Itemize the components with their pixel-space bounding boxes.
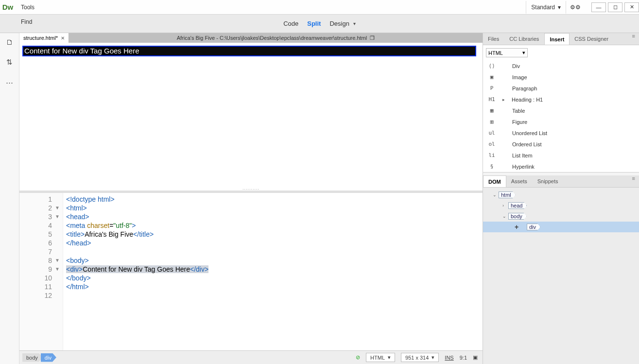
insert-item-heading[interactable]: H1▸Heading : H1 xyxy=(483,94,639,105)
panel-tab-dom[interactable]: DOM xyxy=(483,175,506,187)
insert-item-image[interactable]: ▣Image xyxy=(483,71,639,83)
no-errors-icon[interactable]: ⊘ xyxy=(356,354,360,361)
code-editor-pane[interactable]: 12▼3▼45678▼9▼101112 <!doctype html><html… xyxy=(19,192,483,350)
insert-item-label: Unordered List xyxy=(512,130,547,136)
insert-item-div[interactable]: ⟨⟩Div xyxy=(483,60,639,71)
dom-add-icon[interactable]: + xyxy=(512,223,521,231)
restore-down-icon[interactable]: ❐ xyxy=(370,35,375,41)
insert-item-label: Hyperlink xyxy=(512,164,535,170)
breadcrumb-div[interactable]: div xyxy=(41,353,56,362)
insert-item-list[interactable]: liList Item xyxy=(483,150,639,161)
insert-item-figure[interactable]: ▥Figure xyxy=(483,116,639,127)
doctype-selector[interactable]: HTML▾ xyxy=(366,353,395,362)
chevron-down-icon: ▸ xyxy=(502,97,505,102)
insert-item-hyperlink[interactable]: §Hyperlink xyxy=(483,161,639,172)
view-code[interactable]: Code xyxy=(283,20,298,27)
chevron-down-icon: ▾ xyxy=(432,354,434,361)
insert-item-ordered[interactable]: olOrdered List xyxy=(483,139,639,150)
document-tab-strip: structure.html* ✕ Africa's Big Five - C:… xyxy=(19,33,483,43)
insert-item-icon: § xyxy=(488,163,496,170)
chevron-down-icon: ▾ xyxy=(558,4,561,11)
file-management-icon[interactable]: 🗋 xyxy=(6,38,13,46)
panel-menu-icon[interactable]: ≡ xyxy=(628,175,639,187)
insert-item-icon: ▣ xyxy=(488,74,496,80)
insert-category-dropdown[interactable]: HTML ▾ xyxy=(486,48,528,57)
insert-item-icon: ul xyxy=(488,130,496,136)
preview-icon[interactable]: ▣ xyxy=(473,354,478,361)
dom-node-body[interactable]: ⌄body xyxy=(483,211,639,222)
dom-panel: ⌄html›head⌄body+div xyxy=(483,188,639,364)
sync-settings-icon[interactable]: ⚙⚙ xyxy=(570,4,581,11)
view-split[interactable]: Split xyxy=(307,20,321,27)
chevron-down-icon: ▾ xyxy=(388,354,391,361)
insert-mode[interactable]: INS xyxy=(445,355,453,361)
more-icon[interactable]: ⋯ xyxy=(6,78,13,87)
left-toolbar: 🗋 ⇅ ⋯ xyxy=(0,33,19,364)
breadcrumb-body[interactable]: body xyxy=(22,353,43,362)
insert-item-icon: P xyxy=(488,85,496,91)
design-dropdown-icon[interactable]: ▾ xyxy=(353,21,356,26)
insert-item-icon: ▥ xyxy=(488,119,496,125)
insert-item-list: ⟨⟩Div▣ImagePParagraphH1▸Heading : H1▦Tab… xyxy=(483,60,639,172)
insert-item-unordered[interactable]: ulUnordered List xyxy=(483,127,639,139)
dom-node-div[interactable]: +div xyxy=(483,222,639,232)
status-bar: bodydiv ⊘ HTML▾ 951 x 314▾ INS 9:1 ▣ xyxy=(19,350,483,364)
panel-tab-insert[interactable]: Insert xyxy=(544,33,570,45)
pane-splitter-handle[interactable]: ∙∙∙∙∙∙∙∙∙∙ xyxy=(242,187,259,191)
dom-tag-label: div xyxy=(527,224,540,230)
dom-tree[interactable]: ⌄html›head⌄body+div xyxy=(483,188,639,364)
right-panel-bottom-tabs: DOMAssetsSnippets ≡ xyxy=(483,175,639,188)
right-panel-top-tabs: FilesCC LibrariesInsertCSS Designer ≡ xyxy=(483,33,639,45)
dom-tag-label: html xyxy=(499,191,516,198)
workspace-switcher[interactable]: Standard ▾ xyxy=(526,1,566,14)
insert-item-icon: ol xyxy=(488,141,496,147)
document-tab[interactable]: structure.html* ✕ xyxy=(19,33,69,43)
insert-item-label: Heading : H1 xyxy=(512,97,543,103)
dom-caret-icon[interactable]: › xyxy=(502,203,508,208)
insert-panel: HTML ▾ ⟨⟩Div▣ImagePParagraphH1▸Heading :… xyxy=(483,45,639,173)
cursor-position: 9:1 xyxy=(460,355,467,361)
panel-menu-icon[interactable]: ≡ xyxy=(628,33,639,45)
view-switcher-bar: Code Split Design ▾ xyxy=(0,15,639,33)
viewport-size-selector[interactable]: 951 x 314▾ xyxy=(401,353,439,362)
insert-item-label: Ordered List xyxy=(512,141,542,147)
chevron-down-icon: ▾ xyxy=(522,50,525,56)
minimize-button[interactable]: — xyxy=(591,2,606,12)
insert-item-icon: li xyxy=(488,152,496,158)
dom-tag-label: head xyxy=(508,202,527,209)
menu-find[interactable]: Find xyxy=(16,15,47,29)
window-controls: — ◻ ✕ xyxy=(589,2,639,12)
insert-item-paragraph[interactable]: PParagraph xyxy=(483,83,639,94)
tag-selector-breadcrumb: bodydiv xyxy=(19,353,54,362)
panel-tab-cc-libraries[interactable]: CC Libraries xyxy=(504,33,544,45)
code-content[interactable]: <!doctype html><html><head><meta charset… xyxy=(63,193,208,350)
insert-item-label: Div xyxy=(512,63,520,69)
maximize-button[interactable]: ◻ xyxy=(608,2,622,12)
view-design[interactable]: Design xyxy=(329,20,349,27)
insert-item-table[interactable]: ▦Table xyxy=(483,105,639,116)
insert-item-icon: H1 xyxy=(488,96,496,103)
insert-item-label: List Item xyxy=(512,153,533,158)
dom-caret-icon[interactable]: ⌄ xyxy=(502,214,508,219)
expand-collapse-icon[interactable]: ⇅ xyxy=(6,58,13,67)
panel-tab-assets[interactable]: Assets xyxy=(506,175,533,187)
document-tab-name: structure.html* xyxy=(23,35,58,41)
dom-tag-label: body xyxy=(508,213,527,220)
selected-div-element[interactable]: Content for New div Tag Goes Here xyxy=(22,46,476,56)
panel-tab-snippets[interactable]: Snippets xyxy=(533,175,564,187)
insert-item-label: Paragraph xyxy=(512,86,537,91)
menu-bar: Dw FileEditViewInsertToolsFindSiteWindow… xyxy=(0,0,639,15)
menu-tools[interactable]: Tools xyxy=(16,0,47,15)
insert-item-label: Figure xyxy=(512,119,527,125)
dom-node-head[interactable]: ›head xyxy=(483,200,639,211)
panel-tab-files[interactable]: Files xyxy=(483,33,504,45)
panel-tab-css-designer[interactable]: CSS Designer xyxy=(570,33,614,45)
close-button[interactable]: ✕ xyxy=(624,2,639,12)
document-path: Africa's Big Five - C:\Users\jloakes\Des… xyxy=(69,33,483,43)
workspace-label: Standard xyxy=(531,4,555,11)
dom-caret-icon[interactable]: ⌄ xyxy=(493,192,499,197)
dom-node-html[interactable]: ⌄html xyxy=(483,190,639,200)
design-preview-pane[interactable]: Content for New div Tag Goes Here ∙∙∙∙∙∙… xyxy=(19,43,483,192)
close-tab-icon[interactable]: ✕ xyxy=(61,35,65,41)
insert-item-label: Image xyxy=(512,74,527,80)
